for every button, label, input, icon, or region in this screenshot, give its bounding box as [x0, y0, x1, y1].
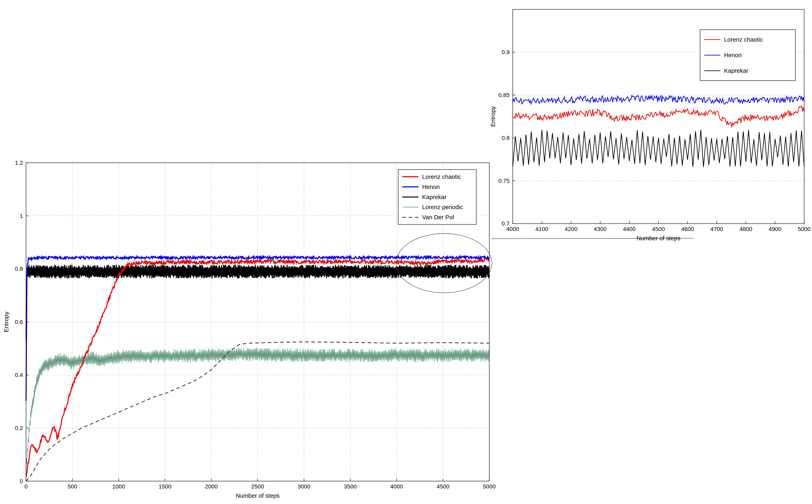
- x-tick-label: 4700: [711, 226, 723, 232]
- y-tick-label: 1: [20, 213, 23, 219]
- figure-canvas: 0500100015002000250030003500400045005000…: [0, 0, 812, 504]
- y-tick-label: 0.8: [15, 266, 23, 272]
- legend-label-kaprekar: Kaprekar: [724, 67, 748, 74]
- y-tick-label: 0.4: [15, 372, 23, 378]
- x-tick-label: 4200: [564, 226, 577, 232]
- x-tick-label: 3500: [344, 483, 357, 490]
- x-tick-label: 5000: [483, 483, 496, 490]
- y-tick-label: 0: [20, 478, 23, 484]
- x-tick-label: 2500: [251, 483, 264, 490]
- y-tick-label: 0.85: [498, 92, 509, 98]
- inset-chart-series: [513, 95, 804, 167]
- legend-label-lorenz-chaotic: Lorenz chaotic: [422, 173, 461, 180]
- y-tick-label: 1.2: [15, 159, 23, 166]
- inset-chart-legend: Lorenz chaoticHenonKaprekar: [700, 30, 795, 81]
- x-tick-label: 0: [24, 483, 28, 490]
- x-axis-label: Number of steps: [236, 492, 280, 499]
- main-chart-legend: Lorenz chaoticHenonKaprekarLorenz period…: [398, 170, 476, 225]
- x-tick-label: 3000: [298, 483, 310, 490]
- y-tick-label: 0.7: [502, 220, 509, 227]
- x-tick-label: 4600: [681, 226, 694, 232]
- series-kaprekar: [513, 130, 804, 167]
- legend-label-lorenz-periodic: Lorenz periodic: [422, 204, 463, 210]
- x-tick-label: 4800: [740, 226, 752, 232]
- y-axis-label: Entropy: [3, 312, 9, 332]
- legend-label-henon: Henon: [422, 183, 440, 190]
- y-tick-label: 0.8: [502, 135, 509, 141]
- x-tick-label: 4100: [535, 226, 548, 232]
- legend-label-van-der-pol: Van Der Pol: [422, 214, 454, 220]
- x-axis-label: Number of steps: [637, 235, 680, 241]
- series-lorenz-chaotic: [513, 106, 804, 128]
- x-tick-label: 4500: [652, 226, 665, 232]
- y-axis-label: Entropy: [489, 106, 496, 127]
- x-tick-label: 4900: [769, 226, 781, 232]
- series-henon: [513, 95, 804, 104]
- x-tick-label: 4300: [594, 226, 606, 232]
- legend-label-lorenz-chaotic: Lorenz chaotic: [724, 36, 763, 43]
- x-tick-label: 500: [68, 483, 77, 490]
- x-tick-label: 1500: [158, 483, 171, 490]
- y-tick-label: 0.9: [502, 49, 509, 55]
- x-tick-label: 1000: [112, 483, 125, 490]
- main-chart: 0500100015002000250030003500400045005000…: [3, 159, 694, 499]
- inset-chart: 4000410042004300440045004600470048004900…: [489, 9, 811, 241]
- x-tick-label: 5000: [798, 226, 811, 232]
- y-tick-label: 0.75: [498, 177, 509, 184]
- series-kaprekar: [26, 265, 489, 340]
- y-tick-label: 0.2: [15, 425, 23, 431]
- x-tick-label: 4000: [390, 483, 403, 490]
- figure: 0500100015002000250030003500400045005000…: [0, 0, 812, 504]
- legend-label-kaprekar: Kaprekar: [422, 194, 446, 200]
- x-tick-label: 2000: [205, 483, 218, 490]
- x-tick-label: 4400: [623, 226, 636, 232]
- x-tick-label: 4500: [437, 483, 449, 490]
- y-tick-label: 0.6: [15, 319, 23, 325]
- legend-label-henon: Henon: [724, 52, 742, 58]
